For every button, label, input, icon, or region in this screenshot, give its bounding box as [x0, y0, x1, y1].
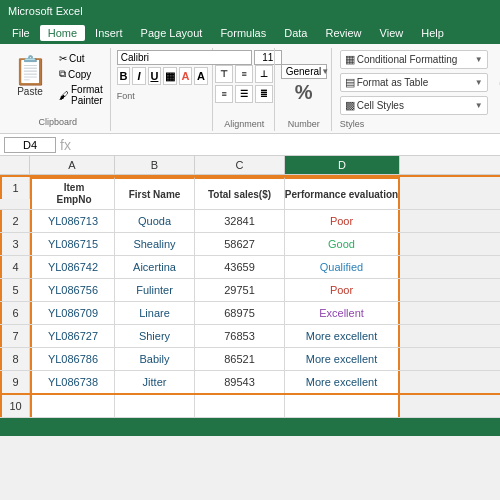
align-left-button[interactable]: ≡	[215, 85, 233, 103]
number-group: General ▼ % Number	[277, 48, 332, 131]
cell-8-c[interactable]: 86521	[195, 348, 285, 370]
col-header-d[interactable]: D	[285, 156, 400, 174]
cell-8-a[interactable]: YL086786	[30, 348, 115, 370]
format-as-table-label: Format as Table	[357, 77, 429, 88]
italic-button[interactable]: I	[132, 67, 146, 85]
cell-7-c[interactable]: 76853	[195, 325, 285, 347]
format-as-table-button[interactable]: ▤ Format as Table ▼	[340, 73, 488, 92]
cell-6-d[interactable]: Excellent	[285, 302, 400, 324]
align-bottom-button[interactable]: ⊥	[255, 65, 273, 83]
row-num-10: 10	[0, 395, 30, 417]
menu-help[interactable]: Help	[413, 25, 452, 41]
cell-5-a[interactable]: YL086756	[30, 279, 115, 301]
cell-4-c[interactable]: 43659	[195, 256, 285, 278]
cell-4-d[interactable]: Qualified	[285, 256, 400, 278]
cell-8-d[interactable]: More excellent	[285, 348, 400, 370]
font-format-row: B I U ▦ A A	[117, 67, 208, 85]
cell-4-b[interactable]: Aicertina	[115, 256, 195, 278]
cell-9-c[interactable]: 89543	[195, 371, 285, 393]
cell-10-c[interactable]	[195, 395, 285, 417]
align-right-button[interactable]: ≣	[255, 85, 273, 103]
format-cells-button[interactable]: ⚙ Format	[495, 94, 500, 107]
conditional-formatting-icon: ▦	[345, 53, 355, 66]
table-row: 9 YL086738 Jitter 89543 More excellent	[0, 371, 500, 395]
cell-2-b[interactable]: Quoda	[115, 210, 195, 232]
cell-3-c[interactable]: 58627	[195, 233, 285, 255]
copy-button[interactable]: ⧉Copy	[56, 67, 106, 81]
delete-cells-button[interactable]: ➖ Delete	[495, 77, 500, 90]
cell-7-b[interactable]: Shiery	[115, 325, 195, 347]
cell-9-d[interactable]: More excellent	[285, 371, 400, 393]
align-center-button[interactable]: ☰	[235, 85, 253, 103]
spreadsheet-grid: 1 Item EmpNo First Name Total sales($) P…	[0, 175, 500, 418]
cell-styles-label: Cell Styles	[357, 100, 404, 111]
bold-button[interactable]: B	[117, 67, 131, 85]
cell-4-a[interactable]: YL086742	[30, 256, 115, 278]
border-button[interactable]: ▦	[163, 67, 177, 85]
cell-3-a[interactable]: YL086715	[30, 233, 115, 255]
menu-insert[interactable]: Insert	[87, 25, 131, 41]
row-num-4: 4	[0, 256, 30, 278]
col-header-c[interactable]: C	[195, 156, 285, 174]
cell-6-c[interactable]: 68975	[195, 302, 285, 324]
cell-5-c[interactable]: 29751	[195, 279, 285, 301]
formula-input[interactable]	[75, 138, 496, 152]
cell-7-a[interactable]: YL086727	[30, 325, 115, 347]
cell-10-d[interactable]	[285, 395, 400, 417]
fill-color-button[interactable]: A	[179, 67, 193, 85]
cell-7-d[interactable]: More excellent	[285, 325, 400, 347]
cell-2-c[interactable]: 32841	[195, 210, 285, 232]
styles-label: Styles	[340, 117, 488, 129]
menu-page-layout[interactable]: Page Layout	[133, 25, 211, 41]
menu-data[interactable]: Data	[276, 25, 315, 41]
alignment-group: ⊤ ≡ ⊥ ≡ ☰ ≣ Alignment	[215, 48, 275, 131]
row-num-3: 3	[0, 233, 30, 255]
cell-10-b[interactable]	[115, 395, 195, 417]
cell-10-a[interactable]	[30, 395, 115, 417]
cell-styles-button[interactable]: ▩ Cell Styles ▼	[340, 96, 488, 115]
conditional-formatting-arrow: ▼	[475, 55, 483, 64]
formula-bar: D4 fx	[0, 134, 500, 156]
cell-3-b[interactable]: Shealiny	[115, 233, 195, 255]
cell-3-d[interactable]: Good	[285, 233, 400, 255]
format-painter-button[interactable]: 🖌Format Painter	[56, 83, 106, 107]
col-header-b[interactable]: B	[115, 156, 195, 174]
clipboard-group: 📋 Paste ✂Cut ⧉Copy 🖌Format Painter Clipb…	[6, 48, 111, 131]
cell-8-b[interactable]: Babily	[115, 348, 195, 370]
menu-review[interactable]: Review	[317, 25, 369, 41]
cell-2-a[interactable]: YL086713	[30, 210, 115, 232]
table-row: 6 YL086709 Linare 68975 Excellent	[0, 302, 500, 325]
cell-6-b[interactable]: Linare	[115, 302, 195, 324]
paintbrush-icon: 🖌	[59, 90, 69, 101]
underline-button[interactable]: U	[148, 67, 162, 85]
scissors-icon: ✂	[59, 53, 67, 64]
cell-2-d[interactable]: Poor	[285, 210, 400, 232]
menu-view[interactable]: View	[372, 25, 412, 41]
font-top-row	[117, 50, 208, 65]
format-as-table-icon: ▤	[345, 76, 355, 89]
conditional-formatting-button[interactable]: ▦ Conditional Formatting ▼	[340, 50, 488, 69]
cell-9-b[interactable]: Jitter	[115, 371, 195, 393]
paste-label: Paste	[17, 86, 43, 97]
cell-1-a[interactable]: Item EmpNo	[30, 177, 115, 209]
cut-button[interactable]: ✂Cut	[56, 52, 106, 65]
cell-5-d[interactable]: Poor	[285, 279, 400, 301]
cell-1-c[interactable]: Total sales($)	[195, 177, 285, 209]
align-top-button[interactable]: ⊤	[215, 65, 233, 83]
paste-button[interactable]: 📋 Paste	[10, 52, 50, 99]
menu-home[interactable]: Home	[40, 25, 85, 41]
align-middle-button[interactable]: ≡	[235, 65, 253, 83]
menu-formulas[interactable]: Formulas	[212, 25, 274, 41]
font-color-button[interactable]: A	[194, 67, 208, 85]
table-row: 3 YL086715 Shealiny 58627 Good	[0, 233, 500, 256]
cell-1-b[interactable]: First Name	[115, 177, 195, 209]
cell-1-d[interactable]: Performance evaluation	[285, 177, 400, 209]
title-bar: Microsoft Excel	[0, 0, 500, 22]
cell-5-b[interactable]: Fulinter	[115, 279, 195, 301]
cell-6-a[interactable]: YL086709	[30, 302, 115, 324]
cell-9-a[interactable]: YL086738	[30, 371, 115, 393]
col-header-a[interactable]: A	[30, 156, 115, 174]
name-box[interactable]: D4	[4, 137, 56, 153]
menu-file[interactable]: File	[4, 25, 38, 41]
row-num-2: 2	[0, 210, 30, 232]
